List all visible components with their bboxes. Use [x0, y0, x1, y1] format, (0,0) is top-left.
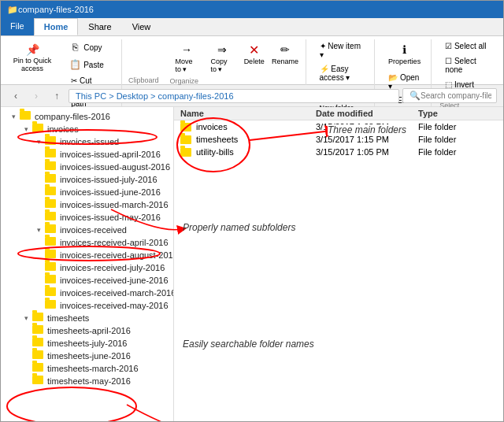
- search-icon: 🔍: [410, 91, 421, 101]
- tree-item-invoices[interactable]: ▾ invoices: [1, 123, 173, 135]
- folder-icon: [180, 123, 191, 131]
- tree-item-inv-recv-mar[interactable]: invoices-received-march-2016: [1, 287, 173, 299]
- select-all-button[interactable]: ☑ Select all: [439, 39, 491, 53]
- tree-item-ts-jun[interactable]: timesheets-june-2016: [1, 350, 173, 362]
- tab-home[interactable]: Home: [34, 18, 79, 35]
- paste-icon: 📋: [69, 59, 80, 70]
- file-name: timesheets: [180, 135, 316, 144]
- breadcrumb-text: This PC > Desktop > company-files-2016: [76, 91, 234, 101]
- paste-button[interactable]: 📋 Paste: [64, 57, 117, 72]
- file-panel: Name Date modified Type invoices 3/15/20…: [174, 107, 503, 422]
- tab-view[interactable]: View: [122, 18, 161, 35]
- pin-icon: 📌: [24, 42, 40, 57]
- rename-button[interactable]: ✏ Rename: [270, 39, 301, 76]
- tree-item-inv-recv-aug[interactable]: invoices-received-august-2016: [1, 249, 173, 261]
- delete-icon: ✕: [246, 42, 262, 57]
- title-bar: 📁 company-files-2016: [1, 1, 503, 18]
- copy-to-icon: ⇒: [214, 42, 230, 57]
- subfolders-annotation: Properly named subfolders: [183, 222, 295, 233]
- tree-item-inv-issued-jul[interactable]: invoices-issued-july-2016: [1, 173, 173, 186]
- tree-item-inv-issued-jun[interactable]: invoices-issued-june-2016: [1, 186, 173, 198]
- title-bar-text: company-files-2016: [18, 5, 94, 14]
- copy-button[interactable]: ⎘ Copy: [64, 39, 117, 55]
- expand-icon[interactable]: ▾: [20, 314, 32, 322]
- col-type[interactable]: Type: [418, 109, 497, 118]
- easy-access-button[interactable]: ⚡ Easy access ▾: [314, 62, 370, 84]
- ribbon-content: 📌 Pin to Quick access ⎘ Copy 📋 Paste ✂ C…: [1, 36, 503, 85]
- copy-icon: ⎘: [69, 42, 80, 53]
- select-none-button[interactable]: ☐ Select none: [439, 54, 495, 76]
- tree-item-company-files[interactable]: ▾ company-files-2016: [1, 110, 173, 123]
- col-modified[interactable]: Date modified: [316, 109, 418, 118]
- tree-item-ts-may[interactable]: timesheets-may-2016: [1, 375, 173, 387]
- tree-item-inv-recv-jul[interactable]: invoices-received-july-2016: [1, 261, 173, 274]
- tree-item-timesheets[interactable]: ▾ timesheets: [1, 312, 173, 324]
- expand-icon[interactable]: ▾: [7, 113, 20, 120]
- searchable-annotation: Easily searchable folder names: [183, 339, 314, 350]
- tree-item-ts-jul[interactable]: timesheets-july-2016: [1, 337, 173, 350]
- delete-button[interactable]: ✕ Delete: [240, 39, 269, 76]
- rename-icon: ✏: [277, 42, 293, 57]
- move-icon: →: [179, 42, 195, 57]
- cut-button[interactable]: ✂ Cut: [65, 74, 117, 87]
- tree-item-inv-recv-may[interactable]: invoices-received-may-2016: [1, 299, 173, 312]
- tree-item-inv-issued-aug[interactable]: invoices-issued-august-2016: [1, 161, 173, 173]
- tree-item-inv-issued-mar[interactable]: invoices-issued-march-2016: [1, 198, 173, 211]
- folder-icon: [180, 148, 191, 157]
- tree-item-ts-apr[interactable]: timesheets-april-2016: [1, 324, 173, 337]
- pin-to-quick-access-button[interactable]: 📌 Pin to Quick access: [4, 39, 61, 76]
- tree-item-inv-issued-apr[interactable]: invoices-issued-april-2016: [1, 148, 173, 161]
- back-button[interactable]: ‹: [7, 87, 24, 105]
- tree-item-ts-mar[interactable]: timesheets-march-2016: [1, 362, 173, 375]
- up-button[interactable]: ↑: [48, 87, 65, 105]
- file-name: utility-bills: [180, 147, 316, 157]
- copy-to-button[interactable]: ⇒ Copy to ▾: [205, 39, 238, 76]
- folder-icon: [180, 135, 191, 144]
- file-list-header: Name Date modified Type: [174, 107, 503, 120]
- tree-item-inv-recv-jun[interactable]: invoices-received-june-2016: [1, 274, 173, 287]
- main-area: ▾ company-files-2016 ▾ invoices ▾ invoic…: [1, 107, 503, 422]
- file-row-utility-bills[interactable]: utility-bills 3/15/2017 1:05 PM File fol…: [174, 146, 503, 158]
- tree-item-inv-recv-apr[interactable]: invoices-received-april-2016: [1, 236, 173, 249]
- tree-item-invoices-received[interactable]: ▾ invoices-received: [1, 224, 173, 236]
- col-name[interactable]: Name: [180, 109, 316, 118]
- tab-file[interactable]: File: [1, 18, 34, 35]
- title-bar-icon: 📁: [7, 5, 18, 15]
- forward-button[interactable]: ›: [28, 87, 45, 105]
- move-to-button[interactable]: → Move to ▾: [169, 39, 203, 76]
- tab-share[interactable]: Share: [78, 18, 121, 35]
- expand-icon[interactable]: ▾: [20, 125, 32, 133]
- tree-panel: ▾ company-files-2016 ▾ invoices ▾ invoic…: [1, 107, 174, 422]
- tree-item-invoices-issued[interactable]: ▾ invoices-issued: [1, 135, 173, 148]
- expand-icon[interactable]: ▾: [32, 138, 45, 146]
- expand-icon[interactable]: ▾: [32, 226, 45, 234]
- tree-item-inv-issued-may[interactable]: invoices-issued-may-2016: [1, 211, 173, 224]
- search-box[interactable]: 🔍: [402, 88, 497, 103]
- breadcrumb[interactable]: This PC > Desktop > company-files-2016: [69, 89, 399, 103]
- ribbon-tabs: File Home Share View: [1, 18, 503, 36]
- three-folders-annotation: Three main folders: [328, 124, 406, 135]
- search-input[interactable]: [421, 91, 491, 100]
- properties-icon: ℹ: [397, 42, 413, 57]
- properties-button[interactable]: ℹ Properties: [383, 39, 426, 68]
- new-item-button[interactable]: ✦ New item ▾: [314, 39, 370, 61]
- file-name: invoices: [180, 122, 316, 131]
